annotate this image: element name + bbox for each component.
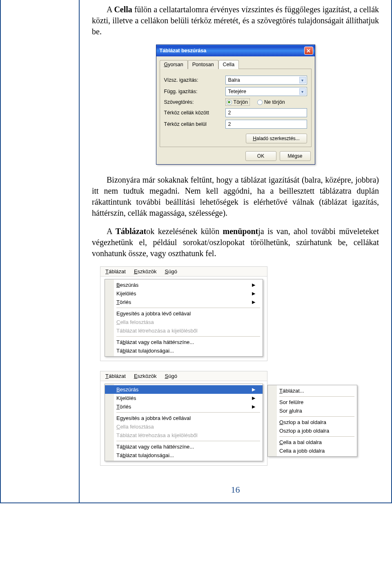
submenu-item-oszlop-bal[interactable]: Oszlop a bal oldalra — [268, 418, 357, 426]
label-gap-between: Térköz cellák között — [164, 110, 225, 116]
label-horiz-align: Vízsz. igazítás: — [164, 77, 225, 83]
submenu-arrow-icon: ▶ — [252, 404, 255, 409]
menu-separator — [116, 441, 260, 441]
dialog-wrap: Táblázat beszúrása ✕ Gyorsan Pontosan Ce… — [92, 45, 379, 165]
radio-wrap-no[interactable]: Ne törjön — [257, 99, 285, 105]
menu-item-egyesites[interactable]: Egyesítés a jobbra lévő cellával — [105, 414, 263, 422]
tab-cella[interactable]: Cella — [218, 60, 239, 69]
p3-prefix: A — [107, 227, 116, 236]
menubar-item-eszkozok[interactable]: Eszközök — [134, 268, 157, 275]
label-gap-inside: Térköz cellán belül — [164, 121, 225, 127]
dialog-tabpanel-cella: Vízsz. igazítás: Balra ▾ Függ. igazítás:… — [160, 69, 312, 147]
menu-item-beszuras[interactable]: Beszúrás▶ — [105, 281, 263, 289]
document-page: A Cella fülön a cellatartalomra érvényes… — [0, 0, 392, 503]
dialog-titlebar[interactable]: Táblázat beszúrása ✕ — [156, 45, 315, 56]
menu-separator — [116, 336, 260, 337]
menu-item-tulajdonsagai[interactable]: Táblázat tulajdonságai... — [105, 451, 263, 460]
menu-item-kijeloles[interactable]: Kijelölés▶ — [105, 289, 263, 298]
menu-separator — [279, 416, 354, 417]
select-horiz-align[interactable]: Balra ▾ — [225, 76, 307, 85]
input-gap-inside[interactable]: 2 — [225, 120, 307, 129]
menubar-item-sugo[interactable]: Súgó — [165, 268, 177, 275]
radio-wrap-yes[interactable]: Törjön — [227, 99, 248, 105]
advanced-edit-button[interactable]: Haladó szerkesztés... — [246, 134, 307, 143]
paragraph-2: Bizonyára már sokaknak feltűnt, hogy a t… — [92, 174, 379, 219]
submenu-item-cella-jobb[interactable]: Cella a jobb oldalra — [268, 447, 357, 455]
ok-button[interactable]: OK — [245, 151, 276, 161]
radio-icon — [227, 100, 232, 105]
menu2-block: Táblázat Eszközök Súgó Beszúrás▶ Kijelöl… — [100, 371, 267, 466]
menubar-1: Táblázat Eszközök Súgó — [100, 267, 267, 277]
content-column: A Cella fülön a cellatartalomra érvényes… — [80, 0, 392, 503]
menu1-block: Táblázat Eszközök Súgó Beszúrás▶ Kijelöl… — [100, 266, 267, 361]
submenu-item-sor-alulra[interactable]: Sor alulra — [268, 406, 357, 415]
submenu-item-tablazat[interactable]: Táblázat... — [268, 386, 357, 395]
submenu-item-oszlop-jobb[interactable]: Oszlop a jobb oldalra — [268, 426, 357, 435]
radio-group-wrap: Törjön Ne törjön — [225, 98, 285, 106]
chevron-down-icon: ▾ — [299, 77, 306, 83]
submenu-arrow-icon: ▶ — [252, 395, 255, 401]
dialog-close-button[interactable]: ✕ — [304, 47, 313, 55]
insert-table-dialog: Táblázat beszúrása ✕ Gyorsan Pontosan Ce… — [156, 45, 315, 165]
p1-prefix: A — [107, 5, 114, 14]
chevron-down-icon: ▾ — [299, 88, 306, 95]
input-gap-inside-value: 2 — [228, 121, 231, 127]
menu-item-cella-felosztasa: Cella felosztása — [105, 422, 263, 431]
dialog-title: Táblázat beszúrása — [160, 48, 207, 54]
p3-mid1: ok kezelésének külön — [146, 227, 223, 236]
radio-wrap-no-label: Ne törjön — [264, 99, 285, 105]
label-vert-align: Függ. igazítás: — [164, 89, 225, 94]
dialog-tabs: Gyorsan Pontosan Cella — [156, 56, 315, 69]
menubar-item-tablazat[interactable]: Táblázat — [105, 268, 126, 275]
paragraph-3: A Táblázatok kezelésének külön menüpontj… — [92, 226, 379, 259]
menu-item-torles[interactable]: Törlés▶ — [105, 298, 263, 306]
submenu-arrow-icon: ▶ — [252, 299, 255, 305]
menu-item-torles[interactable]: Törlés▶ — [105, 402, 263, 411]
p3-bold-menupont: menüpont — [223, 227, 258, 236]
submenu-arrow-icon: ▶ — [252, 291, 255, 296]
input-gap-between[interactable]: 2 — [225, 108, 307, 117]
menu-separator — [116, 308, 260, 308]
input-gap-between-value: 2 — [228, 110, 231, 116]
radio-icon — [257, 100, 263, 105]
radio-wrap-yes-label: Törjön — [234, 99, 248, 105]
tab-pontosan[interactable]: Pontosan — [188, 60, 218, 69]
paragraph-1: A Cella fülön a cellatartalomra érvényes… — [92, 4, 379, 37]
menu-item-cella-felosztasa: Cella felosztása — [105, 318, 263, 326]
menu-item-beszuras[interactable]: Beszúrás▶ — [105, 385, 263, 394]
menu2-wrap: Táblázat Eszközök Súgó Beszúrás▶ Kijelöl… — [92, 371, 379, 466]
p1-rest: fülön a cellatartalomra érvényes vízszin… — [92, 5, 379, 36]
page-number: 16 — [92, 476, 379, 498]
submenu-beszuras: Táblázat... Sor felülre Sor alulra Oszlo… — [267, 385, 357, 457]
menu-item-hatterszin[interactable]: Táblázat vagy cella háttérszíne... — [105, 442, 263, 451]
submenu-arrow-icon: ▶ — [252, 282, 255, 288]
menubar-item-tablazat[interactable]: Táblázat — [105, 373, 126, 379]
cancel-button[interactable]: Mégse — [280, 151, 311, 161]
menu-item-hatterszin[interactable]: Táblázat vagy cella háttérszíne... — [105, 338, 263, 346]
tab-gyorsan[interactable]: Gyorsan — [160, 60, 188, 69]
select-horiz-value: Balra — [228, 77, 240, 83]
menu-item-tablazat-letrehozasa: Táblázat létrehozása a kijelölésből — [105, 326, 263, 335]
menu2-dropdown: Beszúrás▶ Kijelölés▶ Törlés▶ Egyesítés a… — [105, 384, 263, 461]
menu1-dropdown: Beszúrás▶ Kijelölés▶ Törlés▶ Egyesítés a… — [105, 279, 263, 357]
menu-item-egyesites[interactable]: Egyesítés a jobbra lévő cellával — [105, 309, 263, 318]
menu1-wrap: Táblázat Eszközök Súgó Beszúrás▶ Kijelöl… — [92, 266, 379, 361]
menu-item-tulajdonsagai[interactable]: Táblázat tulajdonságai... — [105, 346, 263, 355]
menubar-item-eszkozok[interactable]: Eszközök — [134, 373, 157, 379]
submenu-item-cella-bal[interactable]: Cella a bal oldalra — [268, 438, 357, 447]
left-margin-column — [0, 0, 80, 503]
menubar-2: Táblázat Eszközök Súgó — [100, 371, 267, 381]
close-icon: ✕ — [306, 48, 311, 54]
submenu-item-sor-felulre[interactable]: Sor felülre — [268, 398, 357, 406]
dialog-button-row: OK Mégse — [156, 150, 315, 164]
menu-item-tablazat-letrehozasa: Táblázat létrehozása a kijelölésből — [105, 431, 263, 440]
label-text-wrap: Szövegtörés: — [164, 99, 225, 105]
menu-separator — [116, 412, 260, 413]
select-vert-align[interactable]: Tetejére ▾ — [225, 87, 307, 96]
menu-separator — [279, 436, 354, 437]
p1-bold-cella: Cella — [114, 5, 132, 14]
menubar-item-sugo[interactable]: Súgó — [165, 373, 177, 379]
p3-bold-tablazat: Táblázat — [116, 227, 147, 236]
menu-item-kijeloles[interactable]: Kijelölés▶ — [105, 394, 263, 402]
submenu-arrow-icon: ▶ — [252, 387, 255, 392]
